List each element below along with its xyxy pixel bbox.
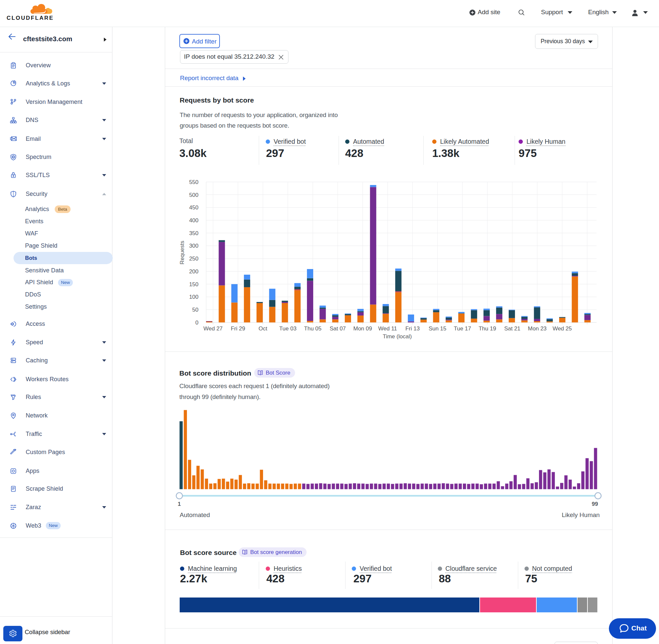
svg-text:Wed 27: Wed 27 — [204, 325, 222, 332]
svg-text:300: 300 — [189, 243, 198, 249]
svg-text:Tue 17: Tue 17 — [454, 325, 471, 332]
svg-text:Mon 23: Mon 23 — [528, 325, 547, 332]
svg-text:350: 350 — [189, 230, 198, 236]
svg-text:Tue 03: Tue 03 — [279, 325, 297, 332]
svg-text:500: 500 — [189, 192, 198, 198]
svg-text:0: 0 — [195, 320, 198, 326]
svg-text:Oct: Oct — [258, 325, 267, 332]
svg-text:Thu 19: Thu 19 — [479, 325, 496, 332]
svg-text:250: 250 — [189, 256, 198, 262]
svg-text:100: 100 — [189, 294, 198, 300]
svg-text:400: 400 — [189, 217, 198, 224]
svg-text:Time (local): Time (local) — [383, 334, 412, 340]
svg-text:Fri 29: Fri 29 — [231, 325, 245, 332]
svg-text:550: 550 — [189, 179, 198, 185]
svg-text:450: 450 — [189, 204, 198, 211]
svg-text:50: 50 — [192, 307, 198, 313]
svg-text:Sat 21: Sat 21 — [504, 325, 520, 332]
svg-text:Wed 25: Wed 25 — [552, 325, 572, 332]
svg-text:Requests: Requests — [179, 241, 185, 264]
svg-text:Thu 05: Thu 05 — [304, 325, 322, 332]
svg-text:Sat 07: Sat 07 — [330, 325, 346, 332]
svg-text:Mon 09: Mon 09 — [353, 325, 372, 332]
svg-text:Sun 15: Sun 15 — [428, 325, 446, 332]
svg-text:Wed 11: Wed 11 — [378, 325, 397, 332]
svg-text:Fri 13: Fri 13 — [405, 325, 420, 332]
svg-text:150: 150 — [189, 281, 198, 288]
svg-text:200: 200 — [189, 269, 198, 275]
